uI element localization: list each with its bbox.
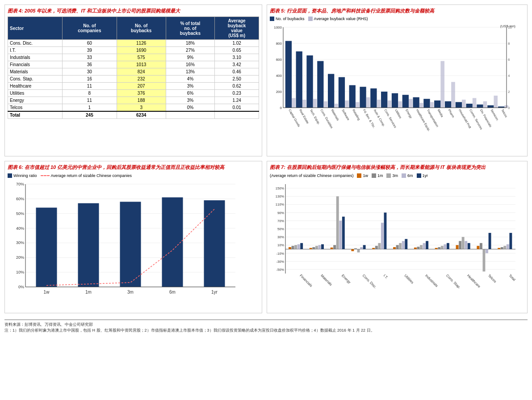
- legend-3m-label: 3m: [392, 173, 398, 178]
- svg-text:Household Prdt: Household Prdt: [458, 109, 472, 129]
- sector-bar-4-0: [372, 248, 375, 249]
- legend-1yr-label: 1yr: [423, 173, 428, 178]
- panel4-svg: -50%-30%-10%10%30%50%70%90%110%130%150%F…: [270, 180, 524, 309]
- table-cell: 16: [62, 76, 117, 83]
- sector-bar-1-1: [312, 247, 315, 249]
- rhs-bar-2: [313, 99, 317, 108]
- sector-bar-3-2: [357, 249, 360, 252]
- sector-bar-3-3: [360, 247, 363, 249]
- rhs-bar-12: [419, 103, 423, 108]
- sector-bar-5-2: [399, 243, 402, 249]
- table-total-cell: Total: [8, 111, 63, 119]
- svg-text:110%: 110%: [276, 202, 285, 206]
- sector-bar-1-2: [315, 246, 318, 249]
- rhs-bar-17: [473, 98, 477, 108]
- bar-chart2-6: [349, 85, 356, 108]
- table-total-cell: [166, 111, 215, 119]
- sector-bar-10-3: [507, 244, 509, 249]
- sector-bar-6-0: [414, 247, 417, 249]
- sector-bar-1-0: [310, 248, 312, 249]
- rhs-bar-15: [451, 82, 455, 108]
- svg-text:130%: 130%: [276, 194, 285, 198]
- bar-chart2-5: [339, 77, 345, 108]
- table-cell: 60: [62, 40, 117, 47]
- bar-chart2-17: [466, 104, 473, 108]
- sector-bar-8-2: [462, 237, 465, 249]
- table-cell: 3.42: [215, 61, 259, 68]
- svg-text:3m: 3m: [127, 290, 134, 295]
- svg-text:Telcos: Telcos: [501, 109, 508, 118]
- table-cell: 1126: [117, 40, 166, 47]
- svg-text:20%: 20%: [16, 255, 24, 260]
- rhs-bar-19: [494, 96, 498, 108]
- legend-item-buybacks: No. of buybacks: [270, 17, 305, 21]
- table-cell: Healthcare: [8, 83, 63, 90]
- sector-bar-7-0: [435, 248, 438, 249]
- rhs-bar-0: [292, 98, 296, 108]
- bar-chart2-9: [381, 92, 387, 108]
- svg-text:Pharm: Pharm: [448, 109, 455, 118]
- svg-text:6: 6: [508, 58, 510, 62]
- sector-bar-8-4: [468, 243, 470, 249]
- legend-1w: 1w: [357, 173, 368, 178]
- sector-bar-0-2: [294, 245, 297, 249]
- svg-text:Semicon.: Semicon.: [490, 109, 499, 122]
- svg-text:10%: 10%: [16, 270, 24, 274]
- legend-3m: 3m: [386, 173, 398, 178]
- table-cell: 1013: [117, 61, 166, 68]
- legend-1m-icon: [372, 173, 376, 178]
- table-cell: 9%: [166, 54, 215, 61]
- col-pct: % of totalno. ofbuybacks: [166, 17, 215, 40]
- legend-3m-icon: [386, 173, 391, 178]
- panel-sector-return: 图表 7: 在股票回购后短期内医疗保健与电信板块涨幅较高，而长期来看能源与 IT…: [267, 161, 528, 313]
- bar-chart2-14: [434, 101, 440, 108]
- legend-1m-label: 1m: [377, 173, 383, 178]
- sector-bar-10-1: [501, 247, 503, 249]
- sector-bar-7-2: [441, 246, 444, 249]
- svg-text:Capital Goods: Capital Goods: [288, 109, 301, 128]
- svg-text:70%: 70%: [277, 219, 284, 223]
- rhs-bar-13: [430, 102, 434, 108]
- legend-avg-return: Average return of sizable Chinese compan…: [41, 173, 132, 178]
- sector-bar-0-4: [300, 243, 303, 249]
- table-cell: Industrials: [8, 54, 63, 61]
- svg-text:50%: 50%: [16, 211, 24, 215]
- rhs-bar-6: [356, 102, 360, 108]
- table-cell: 3%: [166, 97, 215, 104]
- panel3-chart-area: 0%10%20%30%40%50%60%70%1w1m3m6m1yr: [8, 180, 259, 306]
- sector-table: Sector No. ofcompanies No. ofbuybacks % …: [8, 17, 259, 119]
- svg-text:Media: Media: [437, 109, 444, 118]
- sector-bar-6-2: [420, 245, 423, 249]
- footer-notes: 注：1）我们的分析时象为港澳上市中国股，包括 H 股、红筹股和中资民营股；2）市…: [4, 328, 528, 334]
- rhs-bar-11: [409, 99, 413, 108]
- svg-text:50%: 50%: [277, 227, 284, 231]
- svg-text:1yr: 1yr: [211, 290, 218, 295]
- sector-bar-6-3: [423, 243, 426, 249]
- svg-text:Cons. Stap.: Cons. Stap.: [445, 274, 461, 290]
- svg-text:Cons. Disc.: Cons. Disc.: [362, 274, 377, 289]
- bar-chart2-11: [402, 95, 409, 108]
- table-cell: 4%: [166, 76, 215, 83]
- panel2-chart-area: 020040060080010000246810Capital GoodsRea…: [270, 23, 524, 153]
- sector-bar-7-1: [438, 247, 440, 249]
- table-cell: 1: [62, 104, 117, 112]
- svg-text:Real Estate: Real Estate: [299, 109, 310, 124]
- sector-bar-2-2: [336, 196, 339, 249]
- sector-bar-8-0: [456, 245, 459, 249]
- sector-bar-5-3: [402, 241, 405, 249]
- sector-bar-0-3: [297, 244, 300, 249]
- legend-avg-return-label: Average return of sizable Chinese compan…: [51, 173, 132, 178]
- bar-chart2-15: [445, 101, 451, 108]
- svg-text:Fd. Bev. & Tbc.: Fd. Bev. & Tbc.: [363, 109, 376, 129]
- svg-text:Total: Total: [508, 274, 516, 282]
- rhs-bar-14: [440, 61, 444, 108]
- main-container: 图表 4: 2005 年以来，可选消费、IT 和工业板块中上市公司的股票回购规模…: [4, 4, 528, 334]
- table-total-cell: 6234: [117, 111, 166, 119]
- legend-winning-icon: [8, 173, 12, 178]
- sector-bar-5-1: [396, 245, 399, 249]
- svg-text:I.T.: I.T.: [382, 274, 389, 280]
- table-cell: 376: [117, 90, 166, 97]
- svg-text:Retailing: Retailing: [352, 109, 361, 121]
- sector-bar-7-4: [447, 243, 449, 249]
- sector-bar-4-2: [378, 243, 381, 249]
